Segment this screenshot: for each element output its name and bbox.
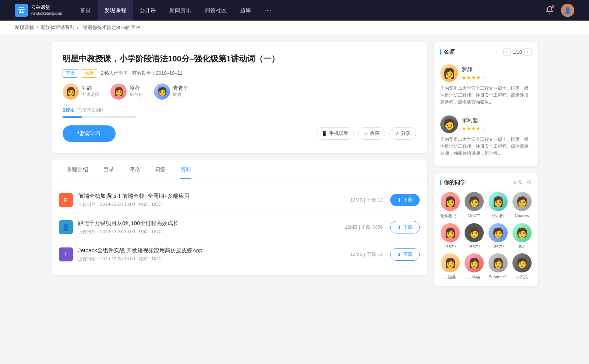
classmate-11[interactable]: 🧑 小石乐 (512, 253, 532, 280)
logo-text: 云朵课堂yunduoketang.com (31, 4, 62, 16)
classmate-7[interactable]: 🧑 Bill (512, 223, 532, 249)
file-info-0: 前端全栈加强版！前端全栈+全周期+多端应用 上传日期：2019-12-28 16… (78, 193, 350, 208)
file-icon-0: P (59, 193, 73, 207)
nav-more[interactable]: ··· (258, 0, 279, 21)
classmate-name-6: 1867** (492, 245, 504, 249)
teacher-list-avatar-0: 👩 (440, 64, 458, 82)
classmate-0[interactable]: 👩 化学教书... (440, 192, 460, 219)
nav-items: 首页 发现课程 公开课 新闻资讯 问答社区 题库 ··· (73, 0, 546, 21)
teacher-desc-0: 国内某重点大学安全工程专业硕士，国家一级注册消防工程师、注册安全工程师、高级注册… (440, 85, 532, 106)
teacher-pagination: ‹ 1/10 › (503, 48, 532, 56)
tabs-nav: 课程介绍 目录 评论 问答 资料 (52, 160, 427, 179)
teacher-list-item-1: 🧑 宋利坚 ★★★★☆ 国内某重点大学安全工程专业硕士，国家一级注册消防工程师、… (440, 111, 532, 162)
file-item-1: 👤 跟随千万级项目从0到100全过程高效成长 上传日期：2019-12-28 1… (59, 214, 420, 241)
classmate-2[interactable]: 👩 张小田 (488, 192, 508, 219)
classmate-avatar-8: 👩 (441, 253, 460, 272)
tab-materials[interactable]: 资料 (173, 160, 199, 179)
teacher-list-item-0: 👩 罗静 ★★★★☆ 国内某重点大学安全工程专业硕士，国家一级注册消防工程师、注… (440, 60, 532, 111)
file-stats-0: 12MB | 下载 12 (350, 197, 383, 203)
teacher-list-name-0: 罗静 (462, 66, 486, 73)
classmate-1[interactable]: 🧑 1567** (464, 192, 484, 219)
classmate-9[interactable]: 👩 上荣楠 (464, 253, 484, 280)
tab-toc[interactable]: 目录 (96, 160, 121, 179)
nav-right: 👤 (546, 4, 574, 17)
classmate-3[interactable]: 🧑 Charles (512, 192, 532, 219)
classmates-title: 你的同学 (440, 179, 466, 186)
share-button[interactable]: ↗ 分享 (389, 127, 416, 140)
teachers-sidebar-card: 名师 ‹ 1/10 › 👩 罗静 ★★★★☆ (434, 42, 537, 166)
teacher-0: 👩 罗静 主讲老师 (63, 83, 99, 100)
tab-intro[interactable]: 课程介绍 (59, 160, 96, 179)
file-info-2: Jetpack全组件实战 开发短视频应用高仿皮皮虾App 上传日期：2019-1… (78, 247, 350, 262)
classmate-avatar-9: 👩 (465, 253, 484, 272)
breadcrumb: 发现课程 / 新媒体营销系列 / 销冠修炼术搞定80%的客户 (0, 21, 589, 35)
classmate-name-7: Bill (519, 245, 525, 249)
refresh-icon: ↻ (513, 180, 517, 185)
teacher-2: 🧑 青青平 助教 (154, 83, 188, 100)
classmate-10[interactable]: 👩 Summer** (488, 253, 508, 280)
teacher-1: 👩 凌荷 班主任 (110, 83, 143, 100)
file-stats-2: 12MB | 下载 12 (350, 251, 383, 258)
refresh-button[interactable]: ↻ 换一换 (513, 179, 532, 186)
favorite-button[interactable]: ☆ 收藏 (358, 127, 385, 140)
classmate-name-3: Charles (515, 213, 529, 218)
mobile-view-button[interactable]: 📱 手机观看 (316, 127, 354, 140)
file-meta-2: 上传日期：2019-12-28 16:00 格式：DOC (78, 256, 350, 262)
download-button-1[interactable]: ⬇ 下载 (390, 221, 420, 233)
nav-open[interactable]: 公开课 (133, 0, 163, 21)
classmate-avatar-0: 👩 (441, 192, 460, 211)
download-button-2[interactable]: ⬇ 下载 (390, 248, 420, 261)
classmate-avatar-6: 🧑 (489, 223, 508, 242)
classmate-avatar-7: 🧑 (512, 223, 532, 242)
nav-news[interactable]: 新闻资讯 (163, 0, 198, 21)
classmates-header: 你的同学 ↻ 换一换 (434, 173, 537, 189)
classmate-name-10: Summer** (489, 275, 507, 279)
tab-review[interactable]: 评论 (121, 160, 147, 179)
action-row: 继续学习 📱 手机观看 ☆ 收藏 ↗ 分享 (63, 125, 416, 142)
classmates-grid: 👩 化学教书... 🧑 1567** 👩 张小田 🧑 Charles 👩 (434, 189, 537, 286)
teacher-prev-button[interactable]: ‹ (503, 48, 511, 56)
file-item-0: P 前端全栈加强版！前端全栈+全周期+多端应用 上传日期：2019-12-28 … (59, 187, 420, 214)
teacher-desc-1: 国内某重点大学安全工程专业硕士，国家一级注册消防工程师、注册安全工程师、级注册建… (440, 136, 532, 157)
breadcrumb-current: 销冠修炼术搞定80%的客户 (83, 25, 140, 30)
breadcrumb-series[interactable]: 新媒体营销系列 (41, 25, 74, 30)
teacher-name-2: 青青平 (173, 85, 188, 92)
logo[interactable]: 云 云朵课堂yunduoketang.com (15, 4, 62, 17)
action-buttons: 📱 手机观看 ☆ 收藏 ↗ 分享 (316, 127, 416, 140)
teacher-list: 👩 罗静 ★★★★☆ 国内某重点大学安全工程专业硕士，国家一级注册消防工程师、注… (434, 56, 537, 166)
download-label-2: 下载 (403, 251, 413, 258)
classmate-name-1: 1567** (468, 213, 480, 218)
file-stats-1: 12MB | 下载 3456 (345, 224, 383, 231)
continue-button[interactable]: 继续学习 (63, 125, 116, 142)
classmate-avatar-2: 👩 (489, 192, 508, 211)
tab-qa[interactable]: 问答 (147, 160, 173, 179)
teacher-role-2: 助教 (173, 92, 188, 98)
breadcrumb-discover[interactable]: 发现课程 (15, 25, 34, 30)
classmate-6[interactable]: 🧑 1867** (488, 223, 508, 249)
classmate-name-4: 1767** (444, 245, 456, 249)
nav-discover[interactable]: 发现课程 (98, 0, 133, 21)
nav-home[interactable]: 首页 (73, 0, 98, 21)
nav-qa[interactable]: 问答社区 (198, 0, 233, 21)
file-item-2: T Jetpack全组件实战 开发短视频应用高仿皮皮虾App 上传日期：2019… (59, 241, 420, 268)
user-avatar-nav[interactable]: 👤 (561, 4, 574, 17)
tab-content: P 前端全栈加强版！前端全栈+全周期+多端应用 上传日期：2019-12-28 … (52, 179, 427, 275)
teacher-role-0: 主讲老师 (82, 92, 99, 98)
classmate-avatar-3: 🧑 (512, 192, 532, 211)
nav-quiz[interactable]: 题库 (233, 0, 258, 21)
classmate-5[interactable]: 🧑 1567** (464, 223, 484, 249)
classmate-8[interactable]: 👩 上陈酱 (440, 253, 460, 280)
teacher-stars-0: ★★★★☆ (462, 75, 486, 81)
teacher-avatar-2: 🧑 (154, 83, 170, 100)
classmate-name-9: 上荣楠 (468, 275, 480, 280)
file-name-1: 跟随千万级项目从0到100全过程高效成长 (78, 220, 345, 227)
classmate-name-5: 1567** (468, 245, 480, 249)
classmate-4[interactable]: 👩 1767** (440, 223, 460, 249)
bell-icon[interactable] (546, 6, 554, 15)
classmate-avatar-10: 👩 (489, 253, 508, 272)
download-button-0[interactable]: ⬇ 下载 (390, 194, 420, 206)
star-icon: ☆ (364, 131, 368, 136)
teacher-next-button[interactable]: › (524, 48, 532, 56)
classmate-name-11: 小石乐 (516, 275, 528, 280)
teachers-sidebar-title: 名师 (440, 49, 455, 56)
